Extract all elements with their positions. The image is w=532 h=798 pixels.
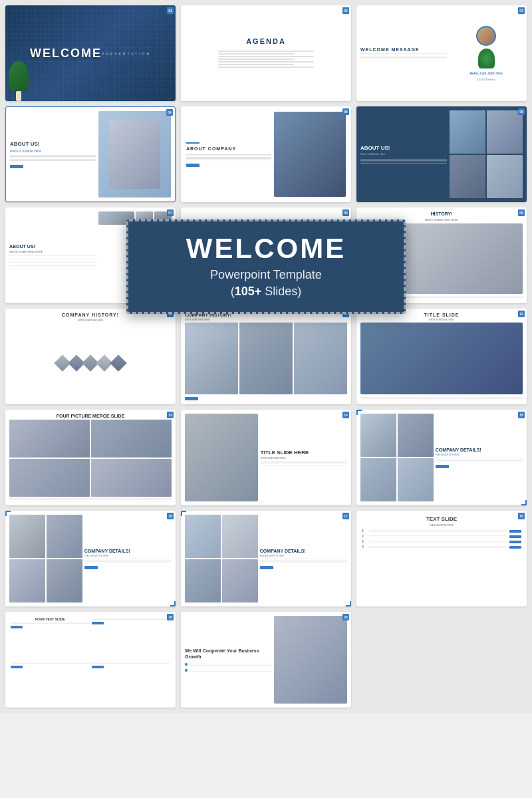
slide-14[interactable]: TITLE SLIDE HERE WRITE SOMETHING HERE 14 [181, 410, 351, 505]
slide-11-btn[interactable] [185, 397, 198, 400]
slide-5-bar [186, 142, 200, 144]
slide-10-diamonds [57, 357, 124, 369]
slide-15-title: COMPANY DETAILS! [436, 448, 523, 452]
slide-15[interactable]: COMPANY DETAILS! PLACE A SUBTITLE HERE 1… [356, 410, 527, 505]
slide-13-badge: 13 [167, 412, 174, 418]
slide-6-title: ABOUT US! [360, 145, 447, 151]
slides-grid: WELCOME PRESENTATION 01 AGENDA 02 WELCOM… [0, 0, 532, 713]
slide-1-title: WELCOME [30, 47, 102, 61]
slide-3[interactable]: WELCOME MESSAGE Hello, I am John Doe CEO… [356, 5, 527, 101]
slide-4-subtitle: Place a Subtitle Here [10, 149, 96, 153]
slide-9-badge: 09 [518, 209, 525, 216]
slide-12-sub: WRITE SOMETHING HERE [360, 319, 523, 321]
slide-10[interactable]: COMPANY HISTORY! WRITE SOMETHING HERE 10 [5, 309, 176, 404]
overlay-title: WELCOME [148, 235, 384, 263]
slide-17-corner-br [346, 601, 351, 606]
slide-16-title: COMPANY DETAILS! [84, 549, 172, 553]
slide-6-photo-3 [450, 155, 485, 198]
slide-2-badge: 02 [342, 7, 349, 14]
slide-15-sub: PLACE A SUBTITLE HERE [436, 454, 523, 456]
overlay-count: (105+ Slides) [148, 285, 384, 299]
slide-5[interactable]: ABOUT COMPANY 05 [181, 106, 351, 202]
slide-17-btn[interactable] [260, 566, 273, 569]
slide-18-sub: PLACE A SUBTITLE HERE [362, 524, 521, 527]
slide-5-btn[interactable] [186, 164, 200, 167]
slide-15-corner-tl [356, 410, 362, 415]
slide-3-person [476, 26, 496, 46]
slide-3-badge: 03 [518, 7, 525, 14]
slide-17-sub: PLACE A SUBTITLE HERE [260, 555, 347, 557]
slide-16-sub: PLACE A SUBTITLE HERE [84, 555, 172, 557]
slide-17-corner-tl [181, 511, 186, 516]
slide-20[interactable]: We Will Cooperate Your Business Growth 2… [181, 612, 351, 708]
slide-19-q1: FOUR TEXT SLIDE [11, 617, 90, 659]
slide-5-title: ABOUT COMPANY [186, 146, 271, 151]
slide-6-photo-2 [487, 110, 523, 154]
slide-2-lines [218, 49, 314, 69]
slide-16[interactable]: COMPANY DETAILS! PLACE A SUBTITLE HERE 1… [5, 511, 176, 606]
slide-15-btn[interactable] [436, 465, 449, 468]
slide-20-item2 [185, 669, 271, 672]
slide-10-title: COMPANY HISTORY! [62, 313, 119, 317]
slide-17[interactable]: COMPANY DETAILS! PLACE A SUBTITLE HERE 1… [181, 511, 351, 606]
slide-4-title: ABOUT US! [10, 141, 96, 147]
slide-3-role: CEO & Director [477, 78, 495, 81]
slide-7-badge: 07 [167, 209, 174, 216]
slide-6-badge: 06 [518, 108, 525, 115]
slide-4-btn[interactable] [10, 165, 23, 168]
slide-20-item1 [185, 663, 271, 666]
overlay-banner: WELCOME Powerpoint Template (105+ Slides… [126, 219, 406, 314]
slide-13-title: FOUR PICTURE MERGE SLIDE [9, 414, 172, 418]
slide-6-photo-4 [487, 155, 523, 198]
slide-3-plant [478, 49, 495, 68]
slide-1-subtitle: PRESENTATION [102, 52, 151, 56]
slide-1-badge: 01 [167, 7, 174, 14]
slide-16-badge: 16 [167, 513, 174, 519]
slide-11[interactable]: COMPANY HISTORY! WRITE SOMETHING HERE 11 [181, 309, 351, 404]
slide-15-photos [360, 414, 434, 501]
slide-4[interactable]: ABOUT US! Place a Subtitle Here 04 [5, 106, 176, 202]
slide-1[interactable]: WELCOME PRESENTATION 01 [5, 5, 176, 101]
slide-16-photos [9, 515, 82, 602]
slide-17-title: COMPANY DETAILS! [260, 549, 347, 553]
slide-19-q2 [92, 617, 171, 659]
slide-10-sub: WRITE SOMETHING HERE [78, 319, 103, 322]
slide-15-corner-br [521, 500, 527, 505]
slide-13[interactable]: FOUR PICTURE MERGE SLIDE 13 [5, 410, 176, 505]
slide-19[interactable]: FOUR TEXT SLIDE 19 [5, 612, 176, 708]
slide-6[interactable]: ABOUT US! Place a Subtitle Here 06 [356, 106, 527, 202]
slide-11-photos [185, 323, 347, 394]
slide-19-q3 [11, 661, 90, 703]
slide-11-sub: WRITE SOMETHING HERE [185, 319, 347, 321]
slide-4-badge: 04 [166, 109, 173, 116]
slide-14-photo [185, 414, 258, 501]
slide-14-sub: WRITE SOMETHING HERE [261, 457, 347, 460]
slide-2-title: AGENDA [246, 37, 286, 45]
slide-19-badge: 19 [167, 614, 174, 620]
slide-3-lines [360, 55, 447, 60]
slide-13-photos [9, 420, 172, 497]
slide-20-title: We Will Cooperate Your Business Growth [185, 648, 271, 660]
slide-19-q4 [92, 661, 171, 703]
slide-12-photo [360, 323, 523, 394]
slide-3-name: Hello, I am John Doe [470, 71, 503, 75]
slide-7-title: ABOUT US! [9, 244, 96, 249]
slide-5-photo [274, 112, 346, 197]
slide-16-btn[interactable] [84, 566, 98, 569]
slide-6-photo-1 [450, 110, 485, 154]
slide-19-title: FOUR TEXT SLIDE [11, 617, 90, 621]
slide-14-badge: 14 [342, 412, 349, 418]
slide-3-title: WELCOME MESSAGE [360, 47, 447, 52]
slide-12[interactable]: TITLE SLIDE WRITE SOMETHING HERE 12 [356, 309, 527, 404]
slide-12-badge: 12 [518, 311, 525, 317]
slide-17-badge: 17 [342, 513, 349, 519]
slide-18-badge: 18 [518, 513, 525, 519]
slide-6-sub: Place a Subtitle Here [360, 152, 447, 156]
slide-18[interactable]: TEXT SLIDE PLACE A SUBTITLE HERE 1 2 3 4 [356, 511, 527, 606]
slide-9-title: HISTORY! [360, 211, 523, 216]
slide-16-corner-tl [5, 511, 11, 516]
slide-18-title: TEXT SLIDE [362, 516, 521, 522]
slide-17-photos [185, 515, 258, 602]
slide-20-badge: 20 [342, 614, 349, 620]
slide-2[interactable]: AGENDA 02 [181, 5, 351, 101]
